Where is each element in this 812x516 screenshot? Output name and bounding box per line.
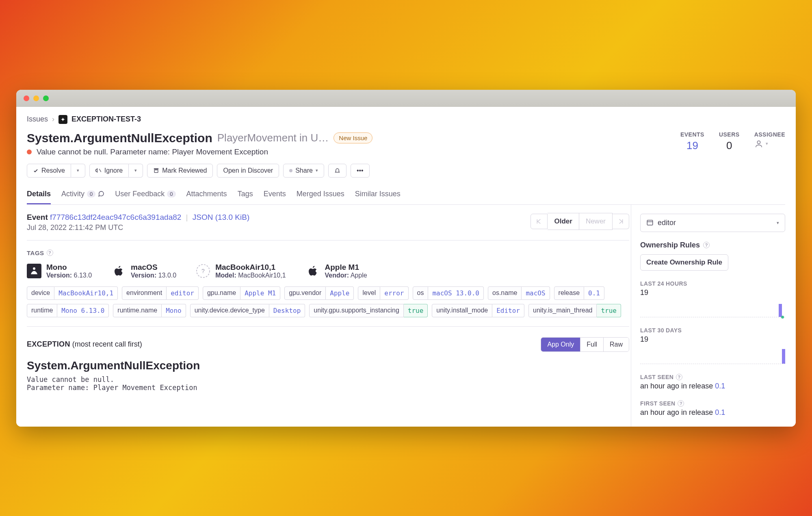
help-icon[interactable]: ? — [678, 400, 684, 407]
issue-title: System.ArgumentNullException — [27, 131, 212, 145]
breadcrumb: Issues › ✦ EXCEPTION-TEST-3 — [27, 113, 785, 131]
skip-forward-icon — [617, 218, 624, 225]
window-zoom-icon[interactable] — [43, 95, 49, 101]
tag-key: device — [27, 286, 54, 300]
tag-pair[interactable]: os.namemacOS — [488, 286, 550, 300]
tab-tags[interactable]: Tags — [238, 186, 253, 204]
help-icon[interactable]: ? — [47, 249, 53, 256]
open-discover-button[interactable]: Open in Discover — [217, 164, 279, 178]
tab-attachments[interactable]: Attachments — [186, 186, 227, 204]
tab-user-feedback[interactable]: User Feedback 0 — [115, 186, 175, 204]
last-seen-block: LAST SEEN ? an hour ago in release 0.1 — [640, 374, 785, 390]
tab-similar-issues[interactable]: Similar Issues — [355, 186, 401, 204]
tag-key: os.name — [488, 286, 522, 300]
tag-pair[interactable]: runtimeMono 6.13.0 — [27, 304, 109, 317]
context-macos-title: macOS — [131, 263, 176, 272]
tags-list: deviceMacBookAir10,1environmenteditorgpu… — [27, 286, 629, 317]
help-icon[interactable]: ? — [676, 374, 682, 380]
tab-details[interactable]: Details — [27, 186, 51, 204]
page-content: Issues › ✦ EXCEPTION-TEST-3 System.Argum… — [16, 107, 796, 427]
pager-older-button[interactable]: Older — [548, 213, 579, 230]
project-icon: ✦ — [58, 115, 67, 124]
feedback-count-badge: 0 — [167, 191, 175, 197]
tag-pair[interactable]: osmacOS 13.0.0 — [413, 286, 484, 300]
tag-value: Desktop — [269, 304, 305, 317]
main-left-column: Event f77786c13df24eac947c6c6a391ada82 |… — [27, 205, 631, 427]
exception-head-label: EXCEPTION — [27, 340, 70, 348]
tag-pair[interactable]: runtime.nameMono — [113, 304, 186, 317]
metric-users[interactable]: USERS 0 — [719, 131, 740, 152]
resolve-button[interactable]: Resolve — [27, 164, 71, 178]
window-minimize-icon[interactable] — [33, 95, 39, 101]
tag-key: environment — [122, 286, 167, 300]
ownership-header: Ownership Rules ? — [640, 241, 785, 249]
exception-hint: (most recent call first) — [72, 340, 142, 348]
first-seen-release-link[interactable]: 0.1 — [715, 408, 725, 416]
tag-value: Apple M1 — [240, 286, 280, 300]
resolve-dropdown[interactable]: ▾ — [71, 164, 85, 178]
bell-icon — [334, 167, 340, 173]
tag-pair[interactable]: environmenteditor — [122, 286, 199, 300]
view-full[interactable]: Full — [580, 338, 603, 351]
tag-value: editor — [167, 286, 199, 300]
context-chip-title: Apple M1 — [325, 263, 367, 272]
chevron-down-icon: ▾ — [766, 141, 768, 146]
apple-icon — [305, 264, 320, 278]
tab-bar: Details Activity 0 User Feedback 0 Attac… — [27, 186, 785, 205]
tag-pair[interactable]: gpu.nameApple M1 — [203, 286, 280, 300]
tag-key: unity.device.device_type — [190, 304, 269, 317]
mark-reviewed-button[interactable]: Mark Reviewed — [147, 164, 213, 178]
svg-point-6 — [33, 267, 35, 270]
ignore-dropdown[interactable]: ▾ — [129, 164, 143, 178]
tag-pair[interactable]: levelerror — [358, 286, 408, 300]
issue-context: PlayerMovement in U… — [217, 132, 329, 144]
tag-pair[interactable]: gpu.vendorApple — [284, 286, 354, 300]
view-app-only[interactable]: App Only — [541, 338, 580, 351]
tag-pair[interactable]: release0.1 — [554, 286, 604, 300]
exception-name: System.ArgumentNullException — [27, 359, 629, 372]
tag-pair[interactable]: deviceMacBookAir10,1 — [27, 286, 118, 300]
pager-last-button[interactable] — [613, 214, 629, 229]
svg-rect-9 — [647, 220, 653, 225]
tab-merged-issues[interactable]: Merged Issues — [297, 186, 344, 204]
tag-pair[interactable]: unity.gpu.supports_instancingtrue — [309, 304, 428, 317]
subscribe-button[interactable] — [328, 164, 346, 178]
help-icon[interactable]: ? — [703, 242, 710, 248]
window-close-icon[interactable] — [24, 95, 29, 101]
event-id[interactable]: f77786c13df24eac947c6c6a391ada82 — [50, 213, 181, 221]
tag-value: Apple — [326, 286, 354, 300]
context-device-title: MacBookAir10,1 — [215, 263, 286, 272]
share-button[interactable]: Share ▾ — [283, 164, 324, 178]
tag-pair[interactable]: unity.install_modeEditor — [432, 304, 524, 317]
metric-events[interactable]: EVENTS 19 — [680, 131, 704, 152]
pager-first-button[interactable] — [531, 214, 548, 229]
environment-select[interactable]: editor ▾ — [640, 214, 785, 232]
chevron-down-icon: ▾ — [134, 168, 137, 173]
tab-activity[interactable]: Activity 0 — [61, 186, 104, 204]
pager-newer-button[interactable]: Newer — [579, 213, 613, 230]
tag-value: true — [404, 304, 428, 317]
view-raw[interactable]: Raw — [603, 338, 629, 351]
last-seen-release-link[interactable]: 0.1 — [715, 382, 725, 390]
create-ownership-rule-button[interactable]: Create Ownership Rule — [640, 254, 728, 271]
event-json-link[interactable]: JSON (13.0 KiB) — [193, 213, 249, 221]
tag-key: unity.install_mode — [432, 304, 492, 317]
tag-pair[interactable]: unity.device.device_typeDesktop — [190, 304, 305, 317]
metric-users-label: USERS — [719, 131, 740, 138]
severity-dot-icon — [27, 150, 32, 154]
tag-key: gpu.name — [203, 286, 240, 300]
more-actions-button[interactable]: ••• — [351, 164, 370, 178]
action-bar: Resolve ▾ Ignore ▾ Mark Reviewed Open in… — [27, 164, 785, 178]
sparkline-30d — [640, 348, 785, 364]
ellipsis-icon: ••• — [357, 167, 364, 174]
apple-icon — [111, 264, 126, 278]
breadcrumb-current: EXCEPTION-TEST-3 — [71, 115, 141, 124]
svg-rect-2 — [154, 169, 158, 170]
tab-events[interactable]: Events — [264, 186, 286, 204]
breadcrumb-root[interactable]: Issues — [27, 115, 48, 124]
svg-line-1 — [99, 169, 101, 172]
assignee-select[interactable]: ▾ — [754, 139, 785, 148]
ignore-button[interactable]: Ignore — [89, 164, 129, 178]
tag-pair[interactable]: unity.is_main_threadtrue — [528, 304, 621, 317]
context-mono: Mono Version: 6.13.0 — [27, 263, 92, 279]
